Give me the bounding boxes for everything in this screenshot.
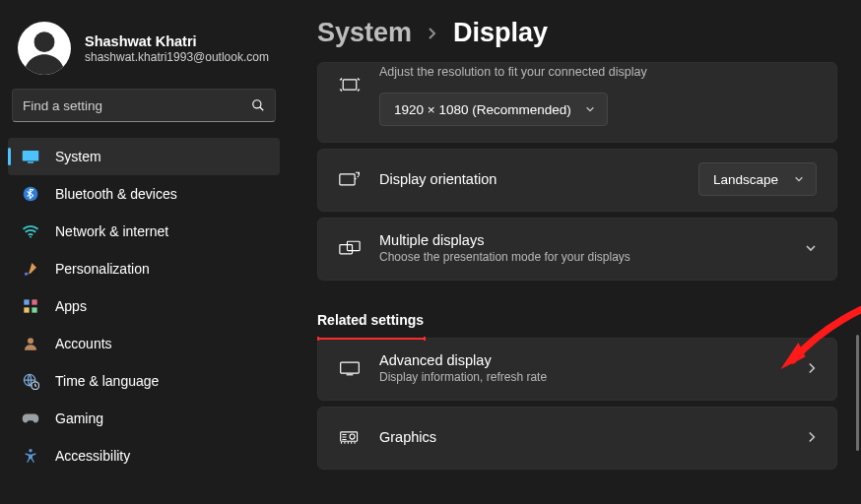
svg-point-15 — [29, 449, 32, 452]
graphics-title: Graphics — [379, 429, 790, 445]
sidebar-item-label: Gaming — [55, 410, 103, 426]
search-input[interactable]: Find a setting — [12, 89, 276, 122]
sidebar-item-label: Personalization — [55, 261, 150, 277]
graphics-card[interactable]: Graphics — [317, 407, 837, 470]
accessibility-icon — [22, 447, 39, 465]
multiple-displays-icon — [338, 240, 362, 256]
multiple-displays-title: Multiple displays — [379, 232, 787, 248]
svg-rect-10 — [24, 307, 29, 312]
gamepad-icon — [22, 410, 39, 427]
brush-icon — [22, 260, 39, 278]
svg-rect-3 — [23, 151, 39, 161]
display-icon — [338, 360, 362, 376]
scrollbar-thumb[interactable] — [856, 335, 859, 451]
sidebar-item-label: Accessibility — [55, 448, 130, 464]
chevron-right-icon — [808, 430, 817, 444]
wifi-icon — [22, 222, 39, 240]
svg-point-23 — [350, 434, 355, 439]
svg-rect-16 — [343, 80, 357, 90]
sidebar-item-time-language[interactable]: Time & language — [8, 362, 280, 400]
svg-rect-17 — [340, 174, 355, 185]
sidebar-item-accessibility[interactable]: Accessibility — [8, 437, 280, 474]
apps-icon — [22, 297, 39, 315]
resolution-icon — [338, 77, 362, 93]
globe-clock-icon — [22, 372, 39, 390]
advanced-display-subtitle: Display information, refresh rate — [379, 370, 790, 384]
svg-rect-8 — [24, 299, 29, 304]
chevron-down-icon — [585, 105, 595, 113]
display-resolution-card[interactable]: Adjust the resolution to fit your connec… — [317, 62, 837, 143]
user-name: Shashwat Khatri — [85, 32, 269, 50]
svg-point-1 — [253, 100, 261, 108]
annotation-underline — [317, 338, 426, 340]
svg-rect-4 — [28, 161, 33, 163]
graphics-icon — [338, 429, 362, 445]
sidebar-item-label: Network & internet — [55, 223, 168, 239]
svg-point-12 — [28, 338, 33, 344]
svg-rect-7 — [25, 272, 29, 276]
search-icon — [251, 98, 265, 112]
sidebar-item-personalization[interactable]: Personalization — [8, 250, 280, 287]
resolution-dropdown[interactable]: 1920 × 1080 (Recommended) — [379, 93, 608, 126]
avatar — [18, 22, 71, 75]
svg-rect-11 — [32, 307, 36, 312]
resolution-value: 1920 × 1080 (Recommended) — [394, 102, 571, 117]
user-email: shashwat.khatri1993@outlook.com — [85, 50, 269, 64]
display-orientation-card[interactable]: Display orientation Landscape — [317, 149, 837, 212]
related-settings-heading: Related settings — [317, 286, 424, 338]
svg-rect-20 — [341, 362, 360, 373]
orientation-icon — [338, 171, 362, 187]
svg-rect-18 — [340, 245, 353, 254]
person-icon — [22, 335, 39, 352]
sidebar-item-label: Bluetooth & devices — [55, 186, 177, 202]
orientation-value: Landscape — [713, 172, 778, 187]
sidebar-item-label: Apps — [55, 298, 87, 314]
sidebar-item-label: Accounts — [55, 336, 112, 351]
sidebar-nav: System Bluetooth & devices Network & int… — [0, 134, 288, 474]
svg-point-0 — [34, 32, 55, 52]
bluetooth-icon — [22, 185, 39, 203]
breadcrumb: System Display — [317, 0, 837, 62]
search-placeholder: Find a setting — [23, 98, 102, 113]
sidebar-item-label: Time & language — [55, 373, 159, 389]
multiple-displays-subtitle: Choose the presentation mode for your di… — [379, 250, 787, 264]
svg-rect-19 — [347, 241, 360, 250]
svg-line-2 — [260, 107, 264, 111]
sidebar-item-apps[interactable]: Apps — [8, 287, 280, 325]
sidebar-item-accounts[interactable]: Accounts — [8, 325, 280, 362]
sidebar-item-network[interactable]: Network & internet — [8, 213, 280, 250]
breadcrumb-root[interactable]: System — [317, 18, 412, 48]
sidebar: Shashwat Khatri shashwat.khatri1993@outl… — [0, 0, 292, 504]
sidebar-item-bluetooth[interactable]: Bluetooth & devices — [8, 175, 280, 213]
orientation-title: Display orientation — [379, 171, 681, 187]
user-account-block[interactable]: Shashwat Khatri shashwat.khatri1993@outl… — [0, 4, 288, 89]
advanced-display-card[interactable]: Advanced display Display information, re… — [317, 338, 837, 401]
main-content: System Display Adjust the resolution to … — [292, 0, 861, 504]
chevron-right-icon — [428, 27, 437, 40]
breadcrumb-current: Display — [453, 18, 548, 48]
chevron-down-icon — [794, 175, 804, 183]
orientation-dropdown[interactable]: Landscape — [698, 162, 817, 196]
sidebar-item-gaming[interactable]: Gaming — [8, 400, 280, 437]
chevron-down-icon[interactable] — [805, 243, 817, 253]
svg-point-6 — [30, 236, 32, 238]
multiple-displays-card[interactable]: Multiple displays Choose the presentatio… — [317, 218, 837, 281]
monitor-icon — [22, 148, 39, 165]
svg-rect-9 — [32, 299, 36, 304]
sidebar-item-label: System — [55, 149, 101, 164]
resolution-subtitle: Adjust the resolution to fit your connec… — [379, 65, 817, 79]
sidebar-item-system[interactable]: System — [8, 138, 280, 175]
chevron-right-icon — [808, 361, 817, 375]
advanced-display-title: Advanced display — [379, 352, 790, 368]
